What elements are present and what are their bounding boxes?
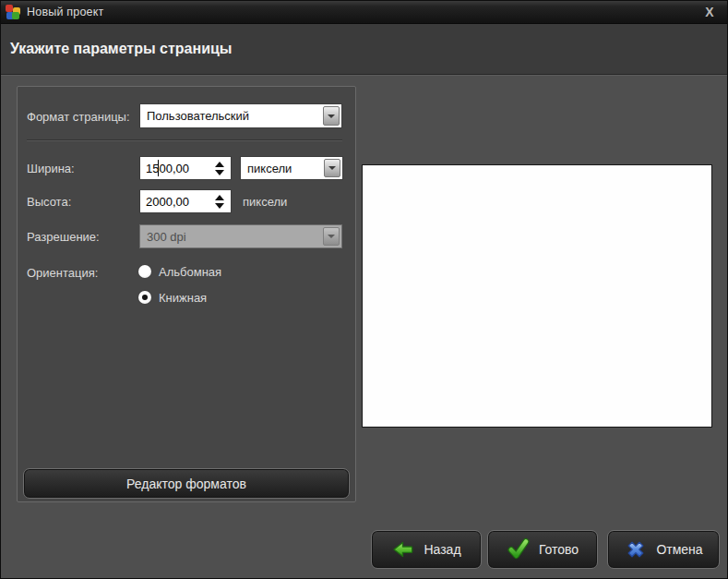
chevron-down-icon[interactable] (323, 106, 340, 126)
radio-label: Книжная (159, 291, 207, 305)
orientation-option-landscape[interactable]: Альбомная (138, 262, 221, 281)
close-icon[interactable]: X (701, 4, 718, 20)
format-editor-button[interactable]: Редактор форматов (23, 468, 350, 499)
back-button[interactable]: Назад (371, 530, 482, 569)
page-settings-panel: Формат страницы: Пользовательский Ширина… (17, 86, 356, 502)
radio-icon[interactable] (138, 265, 151, 278)
orientation-option-portrait[interactable]: Книжная (138, 288, 207, 307)
app-icon-green-part (12, 12, 19, 19)
app-icon (6, 5, 20, 19)
back-arrow-icon (391, 537, 415, 561)
app-icon-red-part (6, 5, 13, 12)
spin-down-icon[interactable] (215, 203, 224, 209)
width-field-wrap (139, 156, 232, 180)
page-format-select[interactable]: Пользовательский (139, 103, 342, 128)
cancel-button[interactable]: Отмена (607, 530, 720, 569)
dialog-content: Формат страницы: Пользовательский Ширина… (1, 75, 727, 578)
cancel-x-icon (624, 537, 648, 561)
chevron-down-icon[interactable] (324, 159, 340, 177)
resolution-value: 300 dpi (140, 230, 321, 244)
radio-icon[interactable] (138, 291, 151, 304)
width-stepper[interactable] (215, 156, 224, 180)
format-label: Формат страницы: (27, 110, 130, 124)
window-title: Новый проект (27, 6, 103, 18)
radio-label: Альбомная (159, 265, 221, 279)
page-title: Укажите параметры страницы (10, 41, 233, 57)
width-unit-value: пиксели (241, 162, 322, 175)
checkmark-icon (507, 537, 531, 561)
spin-up-icon[interactable] (215, 195, 224, 200)
page-preview (362, 164, 712, 428)
resolution-select: 300 dpi (139, 224, 342, 248)
back-button-label: Назад (424, 542, 460, 557)
page-format-value: Пользовательский (140, 109, 321, 123)
done-button[interactable]: Готово (487, 530, 598, 569)
height-unit-label: пиксели (243, 195, 287, 209)
resolution-label: Разрешение: (27, 230, 100, 244)
spin-up-icon[interactable] (215, 162, 224, 167)
text-caret (158, 160, 159, 176)
height-field-wrap (139, 189, 232, 213)
width-label: Ширина: (27, 162, 75, 175)
height-label: Высота: (27, 195, 71, 209)
width-unit-select[interactable]: пиксели (240, 156, 343, 180)
orientation-label: Ориентация: (27, 266, 98, 280)
cancel-button-label: Отмена (656, 542, 702, 557)
titlebar: Новый проект X (1, 1, 727, 24)
done-button-label: Готово (539, 542, 579, 557)
divider (27, 139, 342, 140)
spin-down-icon[interactable] (215, 170, 224, 175)
dialog-header: Укажите параметры страницы (1, 24, 727, 75)
chevron-down-icon (323, 227, 340, 246)
height-stepper[interactable] (215, 189, 224, 213)
new-project-dialog: Новый проект X Укажите параметры страниц… (0, 0, 728, 579)
